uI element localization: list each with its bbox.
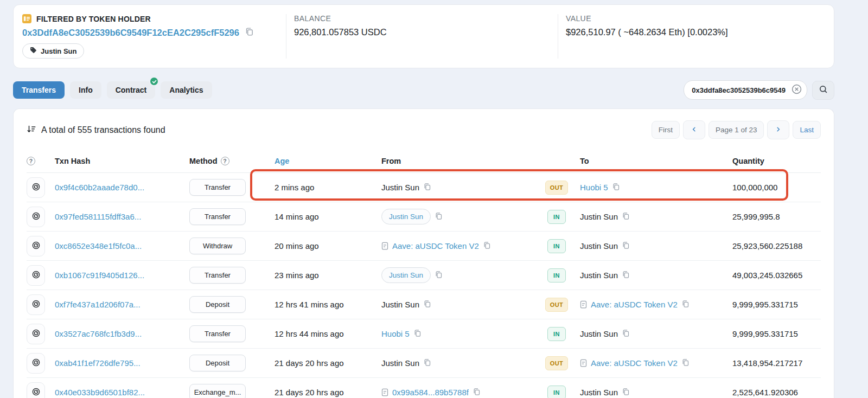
address-filter-chip: 0x3ddfa8ec3052539b6c9549 xyxy=(684,80,807,100)
method-badge[interactable]: Transfer xyxy=(189,179,246,196)
chevron-right-icon xyxy=(775,126,781,134)
tab-analytics[interactable]: Analytics xyxy=(161,81,212,99)
tabs-row: TransfersInfoContractAnalytics 0x3ddfa8e… xyxy=(13,80,834,100)
column-header-quantity: Quantity xyxy=(732,157,821,165)
direction-badge: OUT xyxy=(545,356,568,370)
search-icon xyxy=(819,85,828,95)
copy-address-button[interactable] xyxy=(423,183,431,192)
copy-address-button[interactable] xyxy=(622,329,630,339)
pagination-last-button[interactable]: Last xyxy=(793,121,821,139)
holder-name-tag[interactable]: Justin Sun xyxy=(22,43,84,59)
direction-badge: IN xyxy=(547,327,566,341)
method-badge[interactable]: Deposit xyxy=(189,355,246,371)
holder-address-link[interactable]: 0x3DdfA8eC3052539b6C9549F12cEA2C295cfF52… xyxy=(22,28,239,38)
txn-hash-link[interactable]: 0x97fed581115fdff3a6... xyxy=(55,212,141,221)
preview-eye-button[interactable] xyxy=(27,324,45,344)
copy-icon xyxy=(622,388,630,397)
from-cell: Justin Sun xyxy=(376,267,535,283)
chevron-left-icon xyxy=(691,126,697,134)
preview-eye-button[interactable] xyxy=(27,382,45,398)
table-row: 0x3527ac768fc1fb3d9... Transfer 12 hrs 4… xyxy=(27,319,821,349)
copy-address-button[interactable] xyxy=(423,358,431,368)
copy-icon xyxy=(473,388,481,397)
copy-holder-address-button[interactable] xyxy=(245,27,254,38)
preview-eye-button[interactable] xyxy=(27,353,45,374)
to-cell: Justin Sun xyxy=(578,388,732,397)
copy-address-button[interactable] xyxy=(622,271,630,280)
txn-hash-link[interactable]: 0xf7fe437a1d206f07a... xyxy=(55,300,141,309)
copy-address-button[interactable] xyxy=(622,212,630,222)
help-circle-icon[interactable]: ? xyxy=(221,157,229,165)
holder-tag-label: Justin Sun xyxy=(41,47,76,55)
copy-address-button[interactable] xyxy=(473,388,481,397)
copy-address-button[interactable] xyxy=(413,329,422,339)
txn-hash-link[interactable]: 0xc8652e348e1f5fc0a... xyxy=(55,241,142,251)
from-address-link[interactable]: Huobi 5 xyxy=(381,329,410,338)
txn-hash-link[interactable]: 0x9f4c60b2aaade78d0... xyxy=(55,183,144,192)
clear-filter-button[interactable] xyxy=(792,84,802,96)
preview-eye-button[interactable] xyxy=(27,265,45,286)
copy-icon xyxy=(413,329,422,339)
method-badge[interactable]: Transfer xyxy=(189,267,246,284)
value-column: VALUE $926,510.97 ( ~648.2634 Eth) [0.00… xyxy=(558,14,825,59)
from-address-link[interactable]: Aave: aUSDC Token V2 xyxy=(392,241,479,251)
method-badge[interactable]: Transfer xyxy=(189,325,246,342)
copy-address-button[interactable] xyxy=(435,271,443,280)
sort-descending-icon xyxy=(27,124,36,136)
copy-address-button[interactable] xyxy=(612,183,620,192)
quantity-text: 2,525,641.920306 xyxy=(732,388,821,397)
to-address-link[interactable]: Aave: aUSDC Token V2 xyxy=(591,358,678,368)
filter-search-group: 0x3ddfa8ec3052539b6c9549 xyxy=(684,80,834,100)
help-circle-icon[interactable]: ? xyxy=(27,157,35,165)
value-label: VALUE xyxy=(566,14,825,23)
pagination-first-button[interactable]: First xyxy=(652,121,680,139)
preview-eye-button[interactable] xyxy=(27,207,45,227)
to-address-link[interactable]: Aave: aUSDC Token V2 xyxy=(591,300,678,309)
txn-hash-link[interactable]: 0x40e033b9d6501bf82... xyxy=(55,388,145,397)
balance-value: 926,801.057853 USDC xyxy=(294,27,558,37)
pagination-next-button[interactable] xyxy=(767,120,789,139)
copy-address-button[interactable] xyxy=(681,358,690,368)
txn-hash-link[interactable]: 0xb1067c91f9405d126... xyxy=(55,271,144,280)
copy-address-button[interactable] xyxy=(622,241,630,251)
filtered-by-label: FILTERED BY TOKEN HOLDER xyxy=(36,15,151,23)
copy-address-button[interactable] xyxy=(483,241,491,251)
txn-hash-link[interactable]: 0x3527ac768fc1fb3d9... xyxy=(55,329,142,338)
quantity-text: 9,999,995.331715 xyxy=(732,300,821,309)
age-text: 20 mins ago xyxy=(269,241,376,251)
copy-address-button[interactable] xyxy=(681,300,690,310)
pagination: First Page 1 of 23 Last xyxy=(652,120,821,139)
copy-address-button[interactable] xyxy=(423,300,431,310)
txn-hash-link[interactable]: 0xab41f1ef726dfe795... xyxy=(55,358,141,368)
preview-eye-button[interactable] xyxy=(27,236,45,256)
balance-label: BALANCE xyxy=(294,14,558,23)
table-body: 0x9f4c60b2aaade78d0... Transfer 2 mins a… xyxy=(27,173,821,398)
from-address-tag[interactable]: Justin Sun xyxy=(381,267,431,283)
tab-contract[interactable]: Contract xyxy=(107,81,156,99)
to-address-link[interactable]: Huobi 5 xyxy=(580,183,608,192)
to-address-text: Justin Sun xyxy=(580,329,618,338)
method-badge[interactable]: Exchange_m... xyxy=(189,384,246,398)
from-address-tag[interactable]: Justin Sun xyxy=(381,209,431,224)
tab-transfers[interactable]: Transfers xyxy=(13,81,65,99)
age-text: 2 mins ago xyxy=(269,183,376,192)
method-badge[interactable]: Deposit xyxy=(189,296,246,313)
from-cell: Huobi 5 xyxy=(376,329,535,339)
preview-eye-button[interactable] xyxy=(27,294,45,315)
column-header-age[interactable]: Age xyxy=(269,157,376,165)
tab-info[interactable]: Info xyxy=(70,81,101,99)
search-button[interactable] xyxy=(812,81,834,100)
copy-address-button[interactable] xyxy=(622,388,630,397)
copy-icon xyxy=(483,241,491,251)
method-badge[interactable]: Withdraw xyxy=(189,237,246,254)
method-badge[interactable]: Transfer xyxy=(189,208,246,225)
copy-address-button[interactable] xyxy=(435,212,443,222)
copy-icon xyxy=(612,183,620,192)
from-address-link[interactable]: 0x99a584...89b5788f xyxy=(392,388,469,397)
to-address-text: Justin Sun xyxy=(580,241,618,251)
table-row: 0x9f4c60b2aaade78d0... Transfer 2 mins a… xyxy=(27,173,821,202)
from-cell: Justin Sun xyxy=(376,358,535,368)
pagination-prev-button[interactable] xyxy=(683,120,705,139)
eye-icon xyxy=(31,182,41,193)
preview-eye-button[interactable] xyxy=(27,177,45,198)
